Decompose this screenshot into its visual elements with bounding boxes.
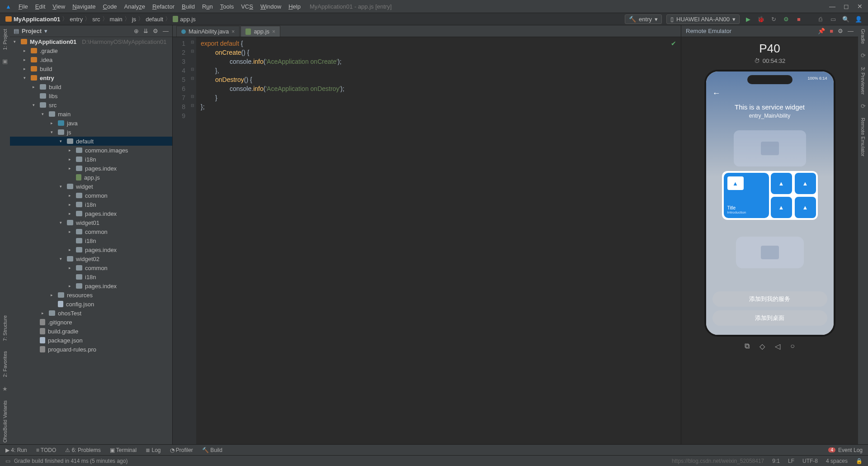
tree-common-c[interactable]: common [85, 228, 108, 235]
widget-card-row[interactable]: ▲ Title Introduction ▲ ▲ ▲ ▲ [722, 171, 818, 220]
close-icon[interactable]: × [272, 29, 275, 35]
tree-widget02[interactable]: widget02 [76, 256, 99, 262]
terminal-tool[interactable]: ▣ Terminal [110, 447, 137, 453]
tree-entry-build[interactable]: build [49, 84, 61, 90]
gear-icon[interactable]: ⚙ [153, 28, 158, 34]
image-icon[interactable]: ▲ [771, 173, 792, 194]
tab-remote-emulator[interactable]: Remote Emulator [859, 116, 867, 158]
analysis-ok-icon[interactable]: ✔ [671, 40, 676, 47]
close-icon[interactable]: ✕ [857, 3, 863, 10]
coverage-button[interactable]: ↻ [769, 15, 778, 23]
tab-ohos-variants[interactable]: OhosBuild Variants [1, 399, 9, 444]
menu-run[interactable]: Run [202, 3, 213, 10]
log-tool[interactable]: ≣ Log [146, 447, 160, 453]
tree-src[interactable]: src [49, 102, 57, 109]
code-editor[interactable]: 123456789 ⊟⊟⊟⊟⊟⊟ export default { onCrea… [173, 37, 681, 444]
tree-root[interactable]: MyApplication01 [30, 38, 76, 45]
crumb-entry[interactable]: entry [70, 16, 83, 23]
tree-java[interactable]: java [67, 120, 78, 127]
phone-frame[interactable]: 100% 6:14 ← 100% 6:14 ← This is a servic… [704, 70, 835, 337]
tree-appjs[interactable]: app.js [84, 174, 100, 181]
menu-tools[interactable]: Tools [220, 3, 234, 10]
close-icon[interactable]: × [231, 29, 235, 35]
image-icon[interactable]: ▲ [795, 197, 816, 218]
status-icon[interactable]: ▭ [5, 458, 10, 464]
tree-i18n-d[interactable]: i18n [85, 274, 96, 281]
widget-card-large[interactable]: ▲ Title Introduction [724, 173, 769, 218]
menu-code[interactable]: Code [103, 3, 117, 10]
tree-js[interactable]: js [67, 129, 71, 136]
tree-pages-b[interactable]: pages.index [85, 210, 117, 217]
screenshot-icon[interactable]: ⧉ [745, 342, 750, 351]
git-button[interactable]: ⎙ [816, 15, 825, 23]
lock-icon[interactable]: 🔒 [856, 458, 863, 464]
tree-ohostest[interactable]: ohosTest [58, 310, 81, 317]
menu-help[interactable]: Help [288, 3, 301, 10]
device-selector[interactable]: ▯ HUAWEI ANA-AN00 ▾ [666, 14, 740, 24]
menu-refactor[interactable]: Refactor [152, 3, 175, 10]
tree-libs[interactable]: libs [49, 93, 58, 100]
tab-previewer[interactable]: 3: Previewer [859, 65, 867, 96]
tab-gradle[interactable]: Gradle [859, 27, 867, 46]
tree-widget01[interactable]: widget01 [76, 219, 99, 226]
tree-pages-d[interactable]: pages.index [85, 283, 117, 290]
crumb-file[interactable]: app.js [180, 16, 196, 23]
tab-project[interactable]: 1: Project [1, 27, 9, 52]
tree-widget[interactable]: widget [76, 183, 93, 190]
profile-button[interactable]: ⚙ [782, 15, 790, 23]
tree-buildgradle[interactable]: build.gradle [48, 328, 78, 335]
profiler-tool[interactable]: ◔ Profiler [170, 447, 193, 453]
tree-common-images[interactable]: common.images [85, 147, 128, 154]
add-to-service-button[interactable]: 添加到我的服务 [712, 291, 827, 307]
hide-icon[interactable]: — [848, 28, 854, 34]
stop-emulator-icon[interactable]: ■ [830, 28, 833, 34]
menu-navigate[interactable]: Navigate [72, 3, 95, 10]
run-config-selector[interactable]: 🔨 entry ▾ [625, 14, 662, 24]
tree-gradle[interactable]: .gradle [40, 48, 58, 54]
collapse-icon[interactable]: ⇊ [143, 28, 148, 34]
maximize-icon[interactable]: ◻ [844, 3, 849, 10]
tree-i18n-c[interactable]: i18n [85, 238, 96, 244]
tree-i18n-b[interactable]: i18n [85, 201, 96, 208]
tree-main[interactable]: main [58, 111, 71, 118]
user-button[interactable]: 👤 [854, 15, 863, 23]
menu-edit[interactable]: Edit [35, 3, 45, 10]
build-tool[interactable]: 🔨 Build [202, 447, 222, 453]
tree-common-b[interactable]: common [85, 192, 108, 199]
menu-analyze[interactable]: Analyze [124, 3, 145, 10]
menu-window[interactable]: Window [260, 3, 281, 10]
target-icon[interactable]: ⊕ [134, 28, 139, 34]
charset[interactable]: UTF-8 [802, 458, 818, 464]
tree-proguard[interactable]: proguard-rules.pro [48, 346, 96, 353]
tree-i18n-a[interactable]: i18n [85, 156, 96, 163]
tree-pages-a[interactable]: pages.index [85, 165, 117, 172]
tab-favorites[interactable]: 2: Favorites [1, 349, 9, 379]
phone-back-icon2[interactable]: ← [712, 89, 721, 98]
code-content[interactable]: export default { onCreate() { console.in… [196, 37, 681, 444]
refresh-icon[interactable]: ⟳ [861, 103, 866, 109]
hide-icon[interactable]: — [163, 28, 169, 34]
tree-build[interactable]: build [40, 66, 52, 72]
layout-button[interactable]: ▭ [829, 15, 837, 23]
search-button[interactable]: 🔍 [842, 15, 850, 23]
tree-package[interactable]: package.json [48, 337, 83, 344]
crumb-default[interactable]: default [146, 16, 163, 23]
pin-icon[interactable]: 📌 [818, 28, 825, 34]
crumb-src[interactable]: src [92, 16, 100, 23]
add-to-desktop-button[interactable]: 添加到桌面 [712, 310, 827, 326]
tab-appjs[interactable]: app.js× [241, 26, 280, 37]
eventlog-tool[interactable]: Event Log [838, 447, 863, 453]
menu-file[interactable]: File [19, 3, 28, 10]
tree-pages-c[interactable]: pages.index [85, 247, 117, 253]
menu-build[interactable]: Build [182, 3, 195, 10]
tree-idea[interactable]: .idea [40, 57, 52, 63]
gear-icon[interactable]: ⚙ [838, 28, 843, 34]
back-icon[interactable]: ◁ [775, 342, 780, 351]
indent[interactable]: 4 spaces [826, 458, 848, 464]
tree-entry[interactable]: entry [40, 75, 54, 81]
menu-view[interactable]: View [52, 3, 65, 10]
image-icon[interactable]: ▲ [795, 173, 816, 194]
problems-tool[interactable]: ⚠ 6: Problems [65, 447, 100, 453]
tab-structure[interactable]: 7: Structure [1, 314, 9, 343]
minimize-icon[interactable]: — [829, 3, 835, 10]
